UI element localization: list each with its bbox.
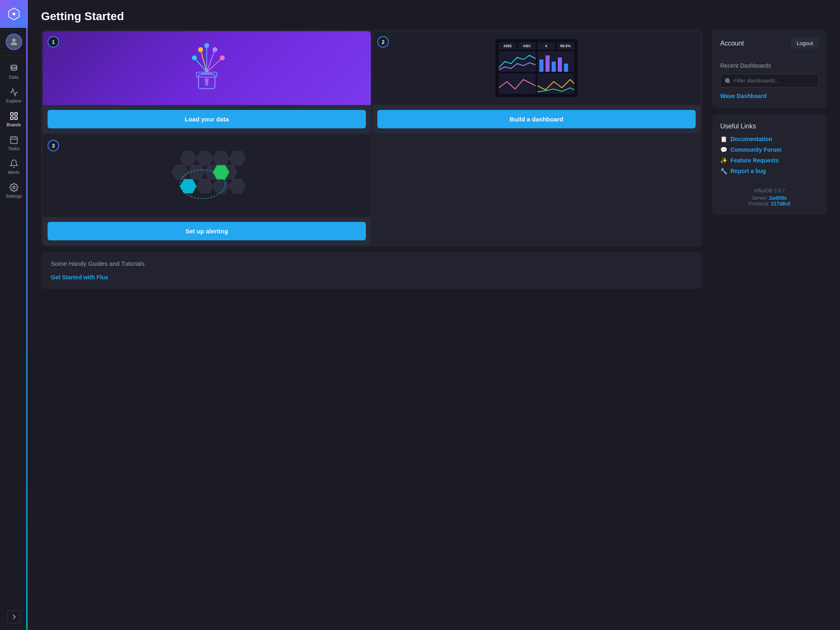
sidebar-item-tasks[interactable]: Tasks <box>0 130 27 154</box>
sidebar-item-tasks-label: Tasks <box>8 146 19 151</box>
report-bug-link[interactable]: Report a bug <box>730 168 766 174</box>
feature-requests-link[interactable]: Feature Requests <box>730 157 778 164</box>
documentation-icon: 📋 <box>720 136 727 142</box>
flux-guide-link[interactable]: Get Started with Flux <box>51 274 108 281</box>
chevron-right-icon <box>11 614 17 620</box>
sidebar-item-boards-label: Boards <box>7 122 21 127</box>
data-icon <box>9 64 18 73</box>
wave-dashboard-link[interactable]: Wave Dashboard <box>720 93 767 99</box>
guides-title: Some Handy Guides and Tutorials <box>51 260 692 267</box>
svg-rect-9 <box>10 137 17 144</box>
svg-point-48 <box>725 78 730 83</box>
step-3-visual: 3 <box>43 135 371 217</box>
logo-icon <box>7 7 21 21</box>
page-title: Getting Started <box>41 10 827 23</box>
report-bug-link-item: 🔧 Report a bug <box>720 168 819 174</box>
sidebar-item-explore[interactable]: Explore <box>0 83 27 107</box>
svg-marker-42 <box>196 179 213 193</box>
content-area: 1 <box>28 30 840 630</box>
step-1-badge: 1 <box>48 36 59 48</box>
db-version: InfluxDB 2.0.7 <box>720 188 819 194</box>
svg-point-4 <box>11 65 17 68</box>
frontend-label: Frontend: <box>749 201 769 207</box>
build-dashboard-button[interactable]: Build a dashboard <box>377 110 696 128</box>
right-column: Account Logout Recent Dashboards Wave Da… <box>712 30 827 617</box>
svg-point-25 <box>220 55 225 60</box>
step-1-visual: 1 <box>43 31 371 105</box>
account-title: Account <box>720 40 744 47</box>
svg-rect-5 <box>10 113 13 115</box>
logout-button[interactable]: Logout <box>791 38 819 49</box>
tasks-icon <box>9 135 18 144</box>
sidebar-item-boards[interactable]: Boards <box>0 107 27 130</box>
svg-rect-29 <box>546 55 550 72</box>
step-2-card: 2 4392 ABC 4 99.5% <box>372 31 701 133</box>
filter-dashboards-input[interactable] <box>720 74 819 87</box>
report-bug-icon: 🔧 <box>720 168 727 174</box>
filter-input-wrapper <box>720 74 819 87</box>
svg-point-24 <box>212 47 217 52</box>
user-avatar-section[interactable] <box>0 28 28 56</box>
server-label: Server: <box>752 195 768 201</box>
svg-marker-44 <box>229 179 246 193</box>
svg-rect-31 <box>558 57 562 72</box>
feature-requests-link-item: ✨ Feature Requests <box>720 157 819 164</box>
community-forum-link[interactable]: Community Forum <box>730 146 781 153</box>
sidebar-item-settings[interactable]: Settings <box>0 178 27 202</box>
step-2-visual: 2 4392 ABC 4 99.5% <box>372 31 701 105</box>
step-1-card: 1 <box>43 31 371 133</box>
svg-point-21 <box>192 55 197 60</box>
documentation-link[interactable]: Documentation <box>730 136 772 142</box>
load-data-illustration <box>178 37 235 99</box>
sidebar-item-settings-label: Settings <box>6 194 22 199</box>
expand-button[interactable] <box>7 610 21 623</box>
account-panel-header: Account Logout <box>720 38 819 49</box>
sidebar-item-alerts[interactable]: Alerts <box>0 154 27 178</box>
svg-line-49 <box>729 82 730 83</box>
user-icon <box>9 37 19 47</box>
sidebar: Data Explore Boards <box>0 0 28 630</box>
frontend-hash: 217d8c0 <box>771 201 790 207</box>
getting-started-grid: 1 <box>41 30 702 247</box>
step-2-badge: 2 <box>377 36 389 48</box>
sidebar-accent <box>26 0 27 630</box>
settings-icon <box>9 183 18 192</box>
sidebar-item-data[interactable]: Data <box>0 59 27 83</box>
server-line: Server: 2a45f0c <box>720 195 819 201</box>
svg-marker-26 <box>205 78 209 86</box>
useful-links-title: Useful Links <box>720 123 819 130</box>
svg-marker-43 <box>213 179 229 193</box>
feature-requests-icon: ✨ <box>720 157 727 164</box>
svg-marker-37 <box>172 165 188 179</box>
avatar <box>6 34 22 50</box>
sidebar-item-alerts-label: Alerts <box>8 170 19 175</box>
setup-alerting-button[interactable]: Set up alerting <box>48 222 366 240</box>
app-logo[interactable] <box>0 0 28 28</box>
left-column: 1 <box>41 30 702 617</box>
dashboard-preview: 4392 ABC 4 99.5% <box>495 39 578 97</box>
account-divider <box>720 55 819 56</box>
svg-point-13 <box>13 186 15 189</box>
load-data-button[interactable]: Load your data <box>48 110 366 128</box>
useful-links-panel: Useful Links 📋 Documentation 💬 Community… <box>712 114 827 215</box>
sidebar-item-explore-label: Explore <box>6 98 21 103</box>
guides-section: Some Handy Guides and Tutorials Get Star… <box>41 252 702 289</box>
svg-point-3 <box>12 39 16 42</box>
svg-point-2 <box>12 12 15 15</box>
svg-rect-32 <box>564 64 568 72</box>
step-3-badge: 3 <box>48 140 59 151</box>
svg-point-23 <box>204 43 209 48</box>
sidebar-nav: Data Explore Boards <box>0 56 27 610</box>
alerts-icon <box>9 159 18 168</box>
svg-point-22 <box>198 47 203 52</box>
alerting-illustration <box>162 143 252 209</box>
svg-marker-36 <box>229 151 246 165</box>
page-header: Getting Started <box>28 0 840 30</box>
explore-icon <box>9 88 18 97</box>
svg-rect-6 <box>14 113 17 115</box>
account-panel: Account Logout Recent Dashboards Wave Da… <box>712 30 827 108</box>
main-content: Getting Started 1 <box>28 0 840 630</box>
search-icon <box>724 78 731 84</box>
sidebar-bottom <box>7 610 21 630</box>
community-icon: 💬 <box>720 146 727 153</box>
